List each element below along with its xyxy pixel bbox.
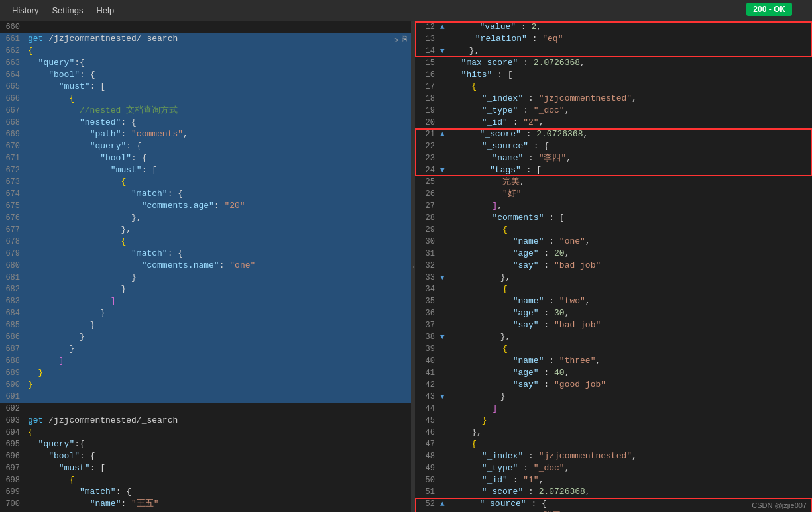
rline-29: 29 { [415, 224, 812, 236]
rline-21: 21 ▲ "_score" : 2.0726368, [415, 128, 812, 140]
line-691: 691 [0, 391, 411, 403]
rline-51: 51 "_score" : 2.0726368, [415, 486, 812, 498]
line-680: 680 "comments.name": "one" [0, 260, 411, 272]
line-673: 673 { [0, 176, 411, 188]
line-667: 667 //nested 文档查询方式 [0, 105, 411, 117]
line-662: 662 { [0, 45, 411, 57]
run-icon[interactable]: ▷ [394, 34, 399, 45]
line-682: 682 } [0, 283, 411, 295]
line-697: 697 "must": [ [0, 462, 411, 474]
rline-24: 24 ▼ "tags" : [ [415, 164, 812, 176]
line-679: 679 "match": { [0, 248, 411, 260]
rline-17: 17 { [415, 81, 812, 93]
rline-14: 14 ▼ }, [415, 45, 812, 57]
rline-38: 38 ▼ }, [415, 331, 812, 343]
rline-33: 33 ▼ }, [415, 272, 812, 283]
line-683: 683 ] [0, 295, 411, 307]
line-670: 670 "query": { [0, 140, 411, 152]
line-665: 665 "must": [ [0, 81, 411, 93]
line-669: 669 "path": "comments", [0, 128, 411, 140]
rline-46: 46 }, [415, 427, 812, 438]
line-677: 677 }, [0, 224, 411, 236]
rline-15: 15 "max_score" : 2.0726368, [415, 57, 812, 69]
rline-30: 30 "name" : "one", [415, 236, 812, 248]
menu-history[interactable]: History [5, 3, 45, 18]
rline-18: 18 "_index" : "jzjcommentnested", [415, 93, 812, 105]
rline-12: 12 ▲ "value" : 2, [415, 21, 812, 33]
rline-39: 39 { [415, 343, 812, 355]
rline-40: 40 "name" : "three", [415, 355, 812, 367]
rline-48: 48 "_index" : "jzjcommentnested", [415, 450, 812, 462]
menu-help[interactable]: Help [89, 3, 121, 18]
line-685: 685 } [0, 319, 411, 331]
line-674: 674 "match": { [0, 188, 411, 200]
rline-43: 43 ▼ } [415, 391, 812, 403]
line-696: 696 "bool": { [0, 450, 411, 462]
rline-28: 28 "comments" : [ [415, 212, 812, 224]
rline-13: 13 "relation" : "eq" [415, 33, 812, 45]
rline-23: 23 "name" : "李四", [415, 152, 812, 164]
rline-44: 44 ] [415, 403, 812, 415]
watermark: CSDN @jzjie007 [752, 501, 807, 509]
rline-37: 37 "say" : "bad job" [415, 319, 812, 331]
rline-20: 20 "_id" : "2", [415, 117, 812, 128]
status-badge: 200 - OK [746, 3, 792, 16]
rline-19: 19 "_type" : "_doc", [415, 105, 812, 117]
rline-36: 36 "age" : 30, [415, 307, 812, 319]
line-671: 671 "bool": { [0, 152, 411, 164]
rline-50: 50 "_id" : "1", [415, 474, 812, 486]
rline-47: 47 { [415, 438, 812, 450]
line-661: 661 get /jzjcommentnested/_search [0, 33, 411, 45]
line-664: 664 "bool": { [0, 69, 411, 81]
line-687: 687 } [0, 343, 411, 355]
line-700: 700 "name": "王五" [0, 498, 411, 510]
rline-45: 45 } [415, 415, 812, 427]
left-editor-panel[interactable]: 660 ▷ ⎘ 661 get /jzjcommentnested/_searc… [0, 21, 411, 512]
line-693: 693 get /jzjcommentnested/_search [0, 415, 411, 427]
rline-34: 34 { [415, 283, 812, 295]
line-660: 660 [0, 21, 411, 33]
line-694: 694 { [0, 427, 411, 438]
line-681: 681 } [0, 272, 411, 283]
line-692: 692 [0, 403, 411, 415]
left-code-area: 660 ▷ ⎘ 661 get /jzjcommentnested/_searc… [0, 21, 411, 512]
rline-26: 26 "好" [415, 188, 812, 200]
line-698: 698 { [0, 474, 411, 486]
right-response-panel[interactable]: 12 ▲ "value" : 2, 13 "relation" : "eq" 1… [415, 21, 812, 512]
main-layout: 660 ▷ ⎘ 661 get /jzjcommentnested/_searc… [0, 21, 812, 512]
rline-41: 41 "age" : 40, [415, 367, 812, 379]
line-695: 695 "query":{ [0, 438, 411, 450]
line-675: 675 "comments.age": "20" [0, 200, 411, 212]
menubar: History Settings Help 200 - OK [0, 0, 812, 21]
line-663: 663 "query":{ [0, 57, 411, 69]
line-676: 676 }, [0, 212, 411, 224]
line-689: 689 } [0, 367, 411, 379]
line-672: 672 "must": [ [0, 164, 411, 176]
rline-31: 31 "age" : 20, [415, 248, 812, 260]
copy-icon[interactable]: ⎘ [402, 34, 407, 45]
line-678: 678 { [0, 236, 411, 248]
line-699: 699 "match": { [0, 486, 411, 498]
line-666: 666 { [0, 93, 411, 105]
line-688: 688 ] [0, 355, 411, 367]
line-690: 690 } [0, 379, 411, 391]
rline-35: 35 "name" : "two", [415, 295, 812, 307]
rline-27: 27 ], [415, 200, 812, 212]
line-684: 684 } [0, 307, 411, 319]
rline-25: 25 完美, [415, 176, 812, 188]
rline-49: 49 "_type" : "_doc", [415, 462, 812, 474]
rline-42: 42 "say" : "good job" [415, 379, 812, 391]
line-668: 668 "nested": { [0, 117, 411, 128]
menu-settings[interactable]: Settings [45, 3, 89, 18]
rline-32: 32 "say" : "bad job" [415, 260, 812, 272]
line-686: 686 } [0, 331, 411, 343]
rline-16: 16 "hits" : [ [415, 69, 812, 81]
rline-22: 22 "_source" : { [415, 140, 812, 152]
